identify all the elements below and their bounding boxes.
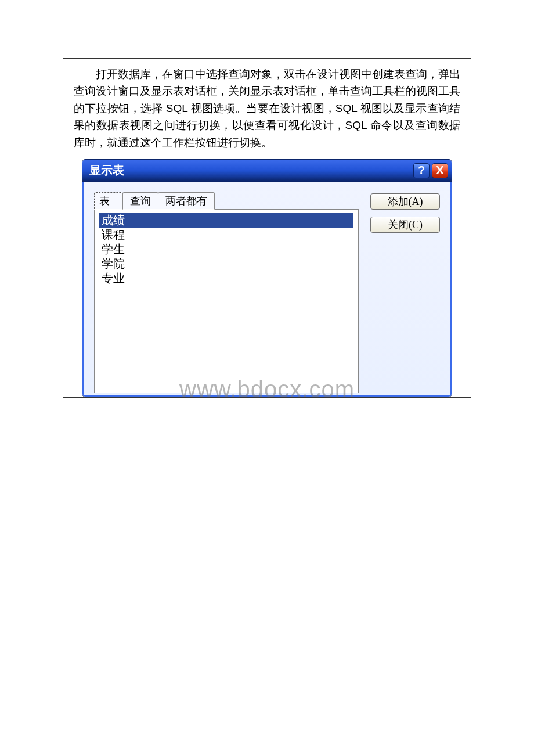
- list-item[interactable]: 课程: [99, 228, 353, 242]
- dialog-layout-row: 表 查询 两者都有 成绩 课程 学生 学院 专业: [94, 192, 440, 393]
- tab-tables[interactable]: 表: [94, 192, 123, 210]
- close-button-suffix: ): [419, 219, 423, 231]
- help-button[interactable]: ?: [413, 163, 430, 178]
- table-listbox[interactable]: 成绩 课程 学生 学院 专业: [94, 209, 359, 393]
- add-button[interactable]: 添加(A): [370, 193, 440, 210]
- list-item[interactable]: 学院: [99, 257, 353, 271]
- question-icon: ?: [418, 164, 425, 177]
- add-button-prefix: 添加(: [388, 195, 412, 208]
- list-padding: 成绩 课程 学生 学院 专业: [95, 210, 358, 289]
- dialog-titlebar[interactable]: 显示表 ? X: [82, 160, 452, 182]
- list-item[interactable]: 成绩: [99, 213, 353, 228]
- dialog-wrapper: 显示表 ? X 表: [74, 159, 460, 397]
- close-button-prefix: 关闭(: [388, 218, 412, 232]
- close-icon: X: [436, 164, 443, 177]
- tab-both[interactable]: 两者都有: [158, 192, 215, 210]
- dialog-body: 表 查询 两者都有 成绩 课程 学生 学院 专业: [82, 182, 452, 397]
- add-button-suffix: ): [420, 196, 423, 208]
- instruction-paragraph: 打开数据库，在窗口中选择查询对象，双击在设计视图中创建表查询，弹出查询设计窗口及…: [74, 66, 460, 151]
- titlebar-buttons: ? X: [413, 163, 448, 178]
- list-item[interactable]: 专业: [99, 271, 353, 286]
- dialog-title: 显示表: [89, 163, 413, 178]
- show-table-dialog: 显示表 ? X 表: [82, 159, 452, 397]
- add-button-key: A: [412, 196, 420, 208]
- close-dialog-button[interactable]: 关闭(C): [370, 217, 440, 233]
- tab-column: 表 查询 两者都有 成绩 课程 学生 学院 专业: [94, 192, 359, 393]
- tab-queries[interactable]: 查询: [122, 192, 158, 210]
- close-button[interactable]: X: [432, 163, 448, 178]
- list-item[interactable]: 学生: [99, 242, 353, 257]
- document-page: 打开数据库，在窗口中选择查询对象，双击在设计视图中创建表查询，弹出查询设计窗口及…: [0, 0, 534, 398]
- tab-strip: 表 查询 两者都有: [94, 192, 359, 210]
- content-frame: 打开数据库，在窗口中选择查询对象，双击在设计视图中创建表查询，弹出查询设计窗口及…: [63, 58, 471, 398]
- close-button-key: C: [412, 219, 419, 231]
- button-column: 添加(A) 关闭(C): [370, 192, 440, 393]
